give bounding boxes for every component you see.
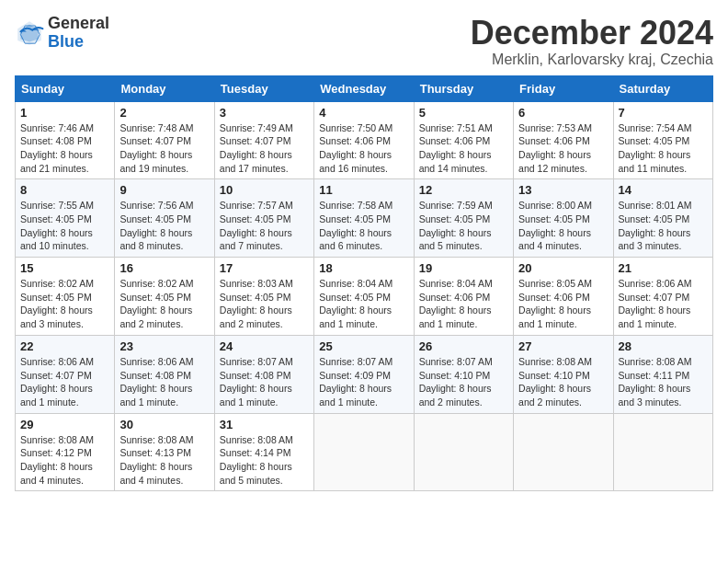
- calendar-cell: 2Sunrise: 7:48 AMSunset: 4:07 PMDaylight…: [115, 101, 214, 179]
- month-title: December 2024: [471, 15, 713, 52]
- day-number: 15: [20, 261, 109, 275]
- calendar-cell: [514, 413, 613, 491]
- header-tuesday: Tuesday: [214, 75, 313, 101]
- day-detail: Sunrise: 8:04 AMSunset: 4:06 PMDaylight:…: [419, 277, 508, 331]
- day-detail: Sunrise: 8:06 AMSunset: 4:07 PMDaylight:…: [619, 277, 708, 331]
- day-detail: Sunrise: 7:46 AMSunset: 4:08 PMDaylight:…: [20, 121, 109, 176]
- day-detail: Sunrise: 7:49 AMSunset: 4:07 PMDaylight:…: [220, 121, 309, 176]
- logo-general: General: [48, 14, 109, 32]
- page-header: General Blue December 2024 Merklin, Karl…: [15, 15, 713, 68]
- day-number: 30: [119, 418, 209, 431]
- calendar-cell: 17Sunrise: 8:03 AMSunset: 4:05 PMDayligh…: [214, 258, 313, 336]
- calendar-row: 15Sunrise: 8:02 AMSunset: 4:05 PMDayligh…: [16, 258, 713, 336]
- day-number: 4: [319, 106, 408, 120]
- calendar-cell: 4Sunrise: 7:50 AMSunset: 4:06 PMDaylight…: [314, 101, 414, 179]
- day-detail: Sunrise: 8:08 AMSunset: 4:12 PMDaylight:…: [20, 433, 109, 488]
- day-detail: Sunrise: 8:08 AMSunset: 4:11 PMDaylight:…: [619, 355, 708, 409]
- calendar-row: 22Sunrise: 8:06 AMSunset: 4:07 PMDayligh…: [16, 335, 713, 413]
- day-number: 14: [619, 183, 708, 197]
- calendar-table: Sunday Monday Tuesday Wednesday Thursday…: [15, 75, 713, 492]
- day-detail: Sunrise: 8:02 AMSunset: 4:05 PMDaylight:…: [20, 277, 109, 331]
- day-number: 19: [419, 261, 508, 275]
- calendar-row: 8Sunrise: 7:55 AMSunset: 4:05 PMDaylight…: [16, 179, 713, 258]
- day-detail: Sunrise: 8:06 AMSunset: 4:07 PMDaylight:…: [20, 355, 109, 409]
- calendar-cell: [414, 413, 513, 491]
- header-saturday: Saturday: [613, 75, 712, 101]
- day-number: 12: [419, 183, 508, 197]
- header-sunday: Sunday: [16, 75, 115, 101]
- title-block: December 2024 Merklin, Karlovarsky kraj,…: [471, 15, 713, 68]
- calendar-cell: 26Sunrise: 8:07 AMSunset: 4:10 PMDayligh…: [414, 335, 513, 413]
- calendar-cell: [613, 413, 712, 491]
- calendar-cell: 23Sunrise: 8:06 AMSunset: 4:08 PMDayligh…: [115, 335, 214, 413]
- day-detail: Sunrise: 8:08 AMSunset: 4:13 PMDaylight:…: [119, 433, 209, 488]
- header-wednesday: Wednesday: [314, 75, 414, 101]
- calendar-cell: 18Sunrise: 8:04 AMSunset: 4:05 PMDayligh…: [314, 258, 414, 336]
- calendar-cell: 16Sunrise: 8:02 AMSunset: 4:05 PMDayligh…: [115, 258, 214, 336]
- calendar-cell: 11Sunrise: 7:58 AMSunset: 4:05 PMDayligh…: [314, 179, 414, 258]
- day-detail: Sunrise: 7:55 AMSunset: 4:05 PMDaylight:…: [20, 199, 109, 253]
- logo: General Blue: [15, 15, 109, 52]
- day-number: 29: [20, 418, 109, 431]
- day-detail: Sunrise: 8:07 AMSunset: 4:09 PMDaylight:…: [319, 355, 408, 409]
- day-number: 31: [220, 418, 309, 431]
- calendar-cell: 30Sunrise: 8:08 AMSunset: 4:13 PMDayligh…: [115, 413, 214, 491]
- calendar-cell: 25Sunrise: 8:07 AMSunset: 4:09 PMDayligh…: [314, 335, 414, 413]
- day-detail: Sunrise: 7:54 AMSunset: 4:05 PMDaylight:…: [619, 121, 708, 176]
- day-number: 27: [518, 339, 608, 353]
- day-detail: Sunrise: 8:04 AMSunset: 4:05 PMDaylight:…: [319, 277, 408, 331]
- logo-blue: Blue: [48, 32, 84, 51]
- weekday-header-row: Sunday Monday Tuesday Wednesday Thursday…: [16, 75, 713, 101]
- calendar-cell: 27Sunrise: 8:08 AMSunset: 4:10 PMDayligh…: [514, 335, 613, 413]
- day-number: 18: [319, 261, 408, 275]
- day-number: 23: [119, 339, 209, 353]
- calendar-cell: 29Sunrise: 8:08 AMSunset: 4:12 PMDayligh…: [16, 413, 115, 491]
- calendar-cell: 21Sunrise: 8:06 AMSunset: 4:07 PMDayligh…: [613, 258, 712, 336]
- day-detail: Sunrise: 7:53 AMSunset: 4:06 PMDaylight:…: [518, 121, 608, 176]
- calendar-cell: 31Sunrise: 8:08 AMSunset: 4:14 PMDayligh…: [214, 413, 313, 491]
- calendar-row: 29Sunrise: 8:08 AMSunset: 4:12 PMDayligh…: [16, 413, 713, 491]
- calendar-cell: 12Sunrise: 7:59 AMSunset: 4:05 PMDayligh…: [414, 179, 513, 258]
- header-monday: Monday: [115, 75, 214, 101]
- day-number: 22: [20, 339, 109, 353]
- calendar-cell: 3Sunrise: 7:49 AMSunset: 4:07 PMDaylight…: [214, 101, 313, 179]
- calendar-cell: 14Sunrise: 8:01 AMSunset: 4:05 PMDayligh…: [613, 179, 712, 258]
- logo-icon: [15, 18, 44, 48]
- day-detail: Sunrise: 7:59 AMSunset: 4:05 PMDaylight:…: [419, 199, 508, 253]
- day-detail: Sunrise: 8:08 AMSunset: 4:14 PMDaylight:…: [220, 433, 309, 488]
- day-detail: Sunrise: 7:56 AMSunset: 4:05 PMDaylight:…: [119, 199, 209, 253]
- calendar-cell: 28Sunrise: 8:08 AMSunset: 4:11 PMDayligh…: [613, 335, 712, 413]
- calendar-cell: 8Sunrise: 7:55 AMSunset: 4:05 PMDaylight…: [16, 179, 115, 258]
- day-detail: Sunrise: 7:51 AMSunset: 4:06 PMDaylight:…: [419, 121, 508, 176]
- day-number: 17: [220, 261, 309, 275]
- day-number: 25: [319, 339, 408, 353]
- calendar-cell: [314, 413, 414, 491]
- day-number: 28: [619, 339, 708, 353]
- day-detail: Sunrise: 8:06 AMSunset: 4:08 PMDaylight:…: [119, 355, 209, 409]
- calendar-cell: 7Sunrise: 7:54 AMSunset: 4:05 PMDaylight…: [613, 101, 712, 179]
- calendar-cell: 9Sunrise: 7:56 AMSunset: 4:05 PMDaylight…: [115, 179, 214, 258]
- calendar-cell: 15Sunrise: 8:02 AMSunset: 4:05 PMDayligh…: [16, 258, 115, 336]
- day-detail: Sunrise: 7:48 AMSunset: 4:07 PMDaylight:…: [119, 121, 209, 176]
- day-number: 2: [119, 106, 209, 120]
- calendar-cell: 22Sunrise: 8:06 AMSunset: 4:07 PMDayligh…: [16, 335, 115, 413]
- day-number: 1: [20, 106, 109, 120]
- calendar-cell: 13Sunrise: 8:00 AMSunset: 4:05 PMDayligh…: [514, 179, 613, 258]
- day-number: 10: [220, 183, 309, 197]
- day-number: 20: [518, 261, 608, 275]
- day-number: 6: [518, 106, 608, 120]
- calendar-cell: 5Sunrise: 7:51 AMSunset: 4:06 PMDaylight…: [414, 101, 513, 179]
- day-number: 21: [619, 261, 708, 275]
- calendar-cell: 10Sunrise: 7:57 AMSunset: 4:05 PMDayligh…: [214, 179, 313, 258]
- day-number: 7: [619, 106, 708, 120]
- calendar-cell: 24Sunrise: 8:07 AMSunset: 4:08 PMDayligh…: [214, 335, 313, 413]
- calendar-cell: 1Sunrise: 7:46 AMSunset: 4:08 PMDaylight…: [16, 101, 115, 179]
- day-number: 11: [319, 183, 408, 197]
- day-detail: Sunrise: 7:50 AMSunset: 4:06 PMDaylight:…: [319, 121, 408, 176]
- day-number: 16: [119, 261, 209, 275]
- day-detail: Sunrise: 8:02 AMSunset: 4:05 PMDaylight:…: [119, 277, 209, 331]
- day-detail: Sunrise: 8:08 AMSunset: 4:10 PMDaylight:…: [518, 355, 608, 409]
- day-detail: Sunrise: 7:57 AMSunset: 4:05 PMDaylight:…: [220, 199, 309, 253]
- calendar-cell: 20Sunrise: 8:05 AMSunset: 4:06 PMDayligh…: [514, 258, 613, 336]
- day-number: 13: [518, 183, 608, 197]
